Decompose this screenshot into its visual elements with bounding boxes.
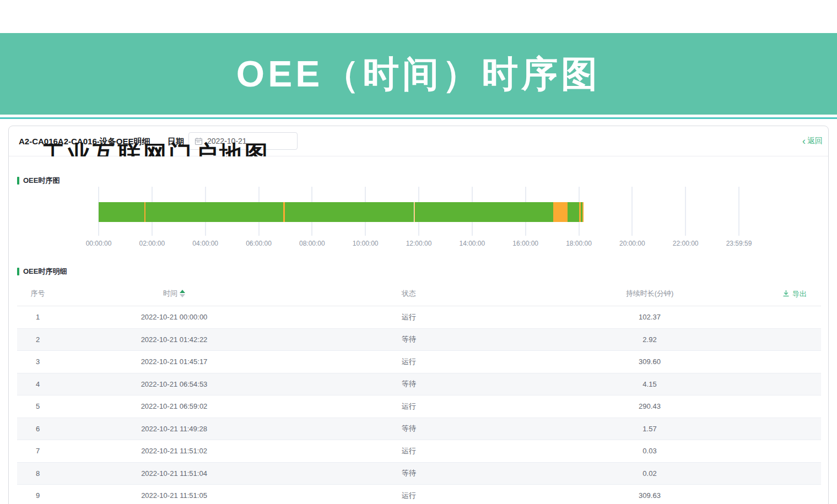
axis-tick-label: 02:00:00 [139, 240, 165, 247]
section-bar-icon [17, 177, 19, 185]
cell-status: 等待 [290, 379, 528, 389]
table-row: 32022-10-21 01:45:17运行309.60 [17, 351, 821, 373]
col-header-status: 状态 [290, 289, 528, 299]
export-label: 导出 [792, 289, 807, 299]
cell-time: 2022-10-21 11:51:04 [58, 469, 290, 478]
export-button[interactable]: 导出 [782, 289, 807, 299]
axis-tick-label: 20:00:00 [619, 240, 645, 247]
page-banner: OEE（时间）时序图 [0, 33, 837, 115]
table-section-title: OEE时序明细 [17, 267, 67, 277]
axis-tick-label: 10:00:00 [353, 240, 379, 247]
table-row: 72022-10-21 11:51:02运行0.03 [17, 440, 821, 463]
cell-status: 运行 [290, 491, 528, 501]
timeline-bar [99, 202, 739, 222]
cell-duration: 0.02 [528, 469, 771, 478]
cell-no: 8 [17, 469, 58, 478]
axis-tick-label: 06:00:00 [246, 240, 272, 247]
axis-tick-label: 00:00:00 [86, 240, 112, 247]
page-title: OEE（时间）时序图 [236, 56, 601, 92]
cell-no: 7 [17, 447, 58, 455]
chevron-left-icon: ‹ [802, 137, 806, 145]
cell-duration: 309.63 [528, 491, 771, 500]
table-row: 52022-10-21 06:59:02运行290.43 [17, 395, 821, 418]
table-row: 82022-10-21 11:51:04等待0.02 [17, 463, 821, 485]
cell-duration: 309.60 [528, 357, 771, 366]
timeline-segment-运行[interactable] [568, 202, 579, 222]
panel-title: A2-CA016A2-CA016-设备OEE明细 [19, 137, 150, 147]
axis-tick-label: 12:00:00 [406, 240, 432, 247]
cell-time: 2022-10-21 11:51:05 [58, 491, 290, 500]
table-row: 12022-10-21 00:00:00运行102.37 [17, 306, 821, 329]
cell-status: 运行 [290, 446, 528, 456]
panel-header: A2-CA016A2-CA016-设备OEE明细 日期 2022-10-21 [9, 126, 828, 156]
chart-section-title: OEE时序图 [17, 176, 60, 186]
back-label: 返回 [807, 136, 823, 146]
cell-duration: 0.03 [528, 447, 771, 455]
cell-status: 运行 [290, 357, 528, 367]
cell-status: 运行 [290, 402, 528, 411]
axis-tick-label: 04:00:00 [192, 240, 218, 247]
cell-no: 5 [17, 402, 58, 410]
date-value: 2022-10-21 [207, 137, 247, 145]
cell-duration: 2.92 [528, 335, 771, 344]
cell-duration: 102.37 [528, 313, 771, 321]
timeline-segment-运行[interactable] [145, 202, 283, 222]
timeline-segment-运行[interactable] [285, 202, 414, 222]
cell-duration: 1.57 [528, 425, 771, 433]
axis-tick-label: 18:00:00 [566, 240, 592, 247]
table-row: 22022-10-21 01:42:22等待2.92 [17, 329, 821, 351]
col-header-duration: 持续时长(分钟) [528, 289, 771, 299]
date-label: 日期 [168, 137, 184, 147]
timeline-segment-等待[interactable] [553, 202, 568, 222]
oee-timeline-chart[interactable]: 00:00:0002:00:0004:00:0006:00:0008:00:00… [99, 187, 739, 250]
cell-time: 2022-10-21 01:45:17 [58, 357, 290, 366]
table-header-row: 序号 时间 状态 持续时长(分钟) [17, 281, 821, 306]
sort-carets-icon[interactable] [180, 290, 185, 297]
sort-desc-icon[interactable] [180, 294, 185, 297]
table-row: 42022-10-21 06:54:53等待4.15 [17, 373, 821, 396]
cell-no: 9 [17, 491, 58, 500]
cell-status: 等待 [290, 334, 528, 344]
cell-status: 等待 [290, 424, 528, 433]
cell-duration: 290.43 [528, 402, 771, 410]
oee-detail-table: 序号 时间 状态 持续时长(分钟) [17, 281, 821, 504]
cell-time: 2022-10-21 06:59:02 [58, 402, 290, 410]
cell-status: 运行 [290, 312, 528, 322]
cell-duration: 4.15 [528, 380, 771, 388]
main-panel: A2-CA016A2-CA016-设备OEE明细 日期 2022-10-21 [8, 126, 829, 504]
table-row: 92022-10-21 11:51:05运行309.63 [17, 485, 821, 504]
axis-tick-label: 14:00:00 [459, 240, 485, 247]
table-row: 62022-10-21 11:49:28等待1.57 [17, 418, 821, 441]
col-header-time[interactable]: 时间 [58, 289, 290, 299]
section-bar-icon [17, 268, 19, 275]
cell-no: 4 [17, 380, 58, 388]
download-icon [782, 290, 790, 299]
timeline-segment-运行[interactable] [99, 202, 144, 222]
axis-tick-label: 22:00:00 [673, 240, 699, 247]
col-header-no: 序号 [17, 289, 58, 299]
date-picker[interactable]: 2022-10-21 [188, 132, 298, 150]
cell-status: 等待 [290, 468, 528, 478]
cell-no: 1 [17, 313, 58, 321]
cell-no: 6 [17, 425, 58, 433]
cell-no: 2 [17, 335, 58, 344]
cell-time: 2022-10-21 11:49:28 [58, 425, 290, 433]
cell-time: 2022-10-21 00:00:00 [58, 313, 290, 321]
cell-no: 3 [17, 357, 58, 366]
cell-time: 2022-10-21 11:51:02 [58, 447, 290, 455]
timeline-segment-等待[interactable] [582, 202, 584, 222]
cell-time: 2022-10-21 01:42:22 [58, 335, 290, 344]
cell-time: 2022-10-21 06:54:53 [58, 380, 290, 388]
page: OEE（时间）时序图 A2-CA016A2-CA016-设备OEE明细 日期 [0, 0, 837, 504]
sort-asc-icon[interactable] [180, 290, 185, 293]
banner-divider [0, 117, 837, 119]
back-link[interactable]: ‹ 返回 [802, 136, 823, 146]
timeline-segment-运行[interactable] [415, 202, 553, 222]
axis-tick-label: 16:00:00 [512, 240, 538, 247]
axis-tick-label: 23:59:59 [726, 240, 752, 247]
calendar-icon [195, 137, 203, 145]
table-body: 12022-10-21 00:00:00运行102.3722022-10-21 … [17, 306, 821, 504]
axis-tick-label: 08:00:00 [299, 240, 325, 247]
